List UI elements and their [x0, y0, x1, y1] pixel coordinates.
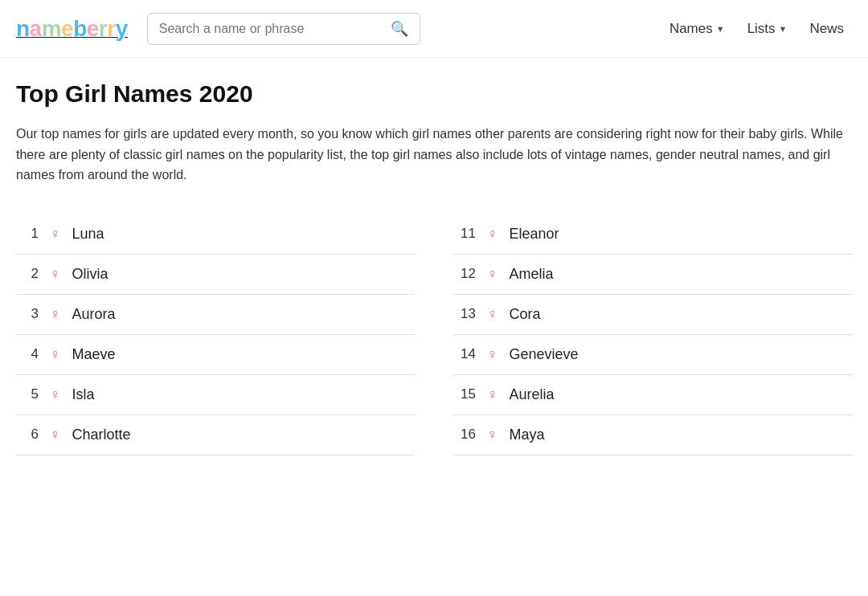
rank-number: 16: [453, 427, 476, 443]
page-title: Top Girl Names 2020: [16, 80, 852, 108]
list-item[interactable]: 16 ♀ Maya: [453, 415, 852, 455]
chevron-down-icon: ▼: [779, 24, 788, 34]
female-icon: ♀: [487, 227, 498, 241]
name-text: Charlotte: [72, 427, 131, 443]
nav-names[interactable]: Names ▼: [661, 14, 733, 43]
nav-news[interactable]: News: [801, 14, 852, 43]
list-item[interactable]: 12 ♀ Amelia: [453, 255, 852, 295]
rank-number: 5: [16, 386, 39, 402]
list-item[interactable]: 3 ♀ Aurora: [16, 295, 415, 335]
rank-number: 4: [16, 346, 39, 362]
female-icon: ♀: [50, 347, 61, 361]
list-item[interactable]: 14 ♀ Genevieve: [453, 335, 852, 375]
name-text: Eleanor: [510, 226, 559, 243]
female-icon: ♀: [50, 387, 61, 402]
list-item[interactable]: 6 ♀ Charlotte: [16, 415, 415, 455]
site-header: nameberry 🔍 Names ▼ Lists ▼ News: [0, 0, 868, 58]
rank-number: 6: [16, 427, 39, 443]
name-text: Maeve: [72, 346, 116, 363]
search-icon[interactable]: 🔍: [391, 20, 408, 38]
female-icon: ♀: [487, 347, 498, 361]
list-item[interactable]: 13 ♀ Cora: [453, 295, 852, 335]
names-right-column: 11 ♀ Eleanor 12 ♀ Amelia 13 ♀ Cora 14 ♀ …: [453, 214, 852, 455]
rank-number: 11: [453, 226, 476, 242]
female-icon: ♀: [487, 387, 498, 402]
name-text: Cora: [510, 306, 541, 323]
list-item[interactable]: 11 ♀ Eleanor: [453, 214, 852, 255]
list-item[interactable]: 5 ♀ Isla: [16, 375, 415, 415]
female-icon: ♀: [50, 227, 61, 241]
female-icon: ♀: [487, 427, 498, 442]
name-text: Aurelia: [510, 386, 555, 403]
rank-number: 12: [453, 266, 476, 282]
rank-number: 14: [453, 346, 476, 362]
female-icon: ♀: [50, 307, 61, 321]
names-left-column: 1 ♀ Luna 2 ♀ Olivia 3 ♀ Aurora 4 ♀ Maeve…: [16, 214, 415, 455]
female-icon: ♀: [487, 267, 498, 281]
list-item[interactable]: 2 ♀ Olivia: [16, 255, 415, 295]
list-item[interactable]: 1 ♀ Luna: [16, 214, 415, 255]
rank-number: 1: [16, 226, 39, 242]
name-text: Isla: [72, 386, 95, 403]
name-text: Maya: [510, 427, 545, 443]
main-nav: Names ▼ Lists ▼ News: [661, 14, 852, 43]
name-text: Amelia: [510, 266, 554, 283]
main-content: Top Girl Names 2020 Our top names for gi…: [0, 58, 868, 488]
chevron-down-icon: ▼: [716, 24, 725, 34]
search-box[interactable]: 🔍: [147, 13, 420, 45]
list-item[interactable]: 4 ♀ Maeve: [16, 335, 415, 375]
name-text: Aurora: [72, 306, 116, 323]
rank-number: 15: [453, 386, 476, 402]
name-text: Luna: [72, 226, 104, 243]
rank-number: 3: [16, 306, 39, 322]
name-text: Olivia: [72, 266, 108, 283]
rank-number: 2: [16, 266, 39, 282]
search-input[interactable]: [159, 22, 383, 36]
site-logo[interactable]: nameberry: [16, 16, 128, 42]
rank-number: 13: [453, 306, 476, 322]
female-icon: ♀: [50, 427, 61, 442]
female-icon: ♀: [487, 307, 498, 321]
female-icon: ♀: [50, 267, 61, 281]
list-item[interactable]: 15 ♀ Aurelia: [453, 375, 852, 415]
name-text: Genevieve: [510, 346, 579, 363]
intro-paragraph: Our top names for girls are updated ever…: [16, 124, 852, 186]
names-grid: 1 ♀ Luna 2 ♀ Olivia 3 ♀ Aurora 4 ♀ Maeve…: [16, 214, 852, 455]
nav-lists[interactable]: Lists ▼: [739, 14, 796, 43]
